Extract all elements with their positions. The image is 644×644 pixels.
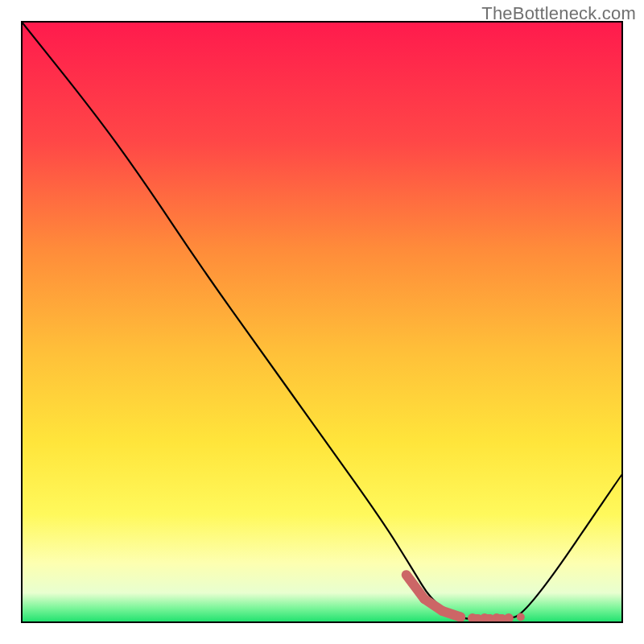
watermark-text: TheBottleneck.com	[481, 3, 636, 24]
svg-point-4	[456, 613, 465, 622]
optimal-band-markers	[407, 575, 525, 623]
svg-point-11	[504, 613, 514, 623]
chart-series-layer	[21, 21, 623, 623]
svg-point-12	[517, 613, 525, 621]
bottleneck-curve-path	[21, 21, 623, 620]
chart-plot-area	[21, 21, 623, 623]
